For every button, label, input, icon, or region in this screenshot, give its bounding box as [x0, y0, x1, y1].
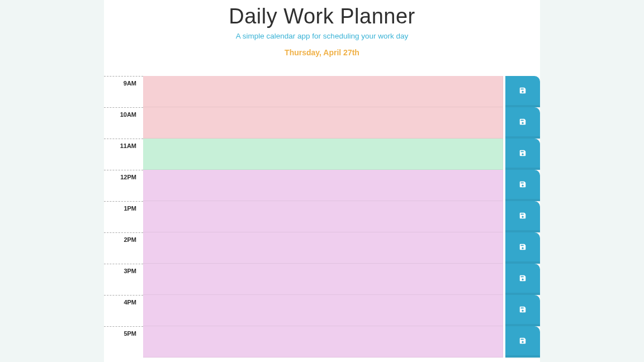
- task-cell[interactable]: [143, 326, 503, 358]
- hour-label: 4PM: [104, 295, 143, 326]
- save-icon: [519, 118, 527, 128]
- time-block-row: 12PM: [104, 170, 540, 201]
- save-button[interactable]: [505, 201, 540, 232]
- task-cell[interactable]: [143, 170, 503, 201]
- task-input[interactable]: [143, 76, 503, 107]
- time-block-row: 1PM: [104, 201, 540, 232]
- hour-label: 10AM: [104, 107, 143, 139]
- save-icon: [519, 274, 527, 284]
- task-input[interactable]: [143, 264, 503, 294]
- page-subtitle: A simple calendar app for scheduling you…: [104, 32, 540, 40]
- hour-label: 12PM: [104, 170, 143, 201]
- task-cell[interactable]: [143, 232, 503, 264]
- hour-label: 5PM: [104, 326, 143, 358]
- task-input[interactable]: [143, 201, 503, 232]
- page-title: Daily Work Planner: [104, 4, 540, 28]
- time-block-row: 4PM: [104, 295, 540, 326]
- current-date: Thursday, April 27th: [104, 48, 540, 57]
- save-button[interactable]: [505, 139, 540, 170]
- task-cell[interactable]: [143, 139, 503, 170]
- task-cell[interactable]: [143, 295, 503, 326]
- time-block-row: 5PM: [104, 326, 540, 358]
- task-input[interactable]: [143, 295, 503, 326]
- save-icon: [519, 212, 527, 222]
- task-input[interactable]: [143, 139, 503, 169]
- time-block-row: 11AM: [104, 139, 540, 170]
- save-button[interactable]: [505, 264, 540, 295]
- hour-label: 3PM: [104, 264, 143, 295]
- save-icon: [519, 243, 527, 253]
- task-cell[interactable]: [143, 76, 503, 107]
- time-block-row: 3PM: [104, 264, 540, 295]
- header: Daily Work Planner A simple calendar app…: [104, 4, 540, 57]
- save-button[interactable]: [505, 232, 540, 264]
- save-button[interactable]: [505, 295, 540, 326]
- task-input[interactable]: [143, 326, 503, 357]
- task-input[interactable]: [143, 170, 503, 201]
- task-input[interactable]: [143, 107, 503, 138]
- time-block-row: 9AM: [104, 76, 540, 107]
- save-icon: [519, 87, 527, 97]
- hour-label: 2PM: [104, 232, 143, 264]
- save-button[interactable]: [505, 107, 540, 139]
- task-cell[interactable]: [143, 201, 503, 232]
- save-icon: [519, 306, 527, 316]
- hour-label: 1PM: [104, 201, 143, 232]
- save-button[interactable]: [505, 170, 540, 201]
- save-button[interactable]: [505, 76, 540, 107]
- hour-label: 9AM: [104, 76, 143, 107]
- save-icon: [519, 180, 527, 190]
- save-icon: [519, 149, 527, 159]
- time-block-row: 2PM: [104, 232, 540, 264]
- planner-page: Daily Work Planner A simple calendar app…: [104, 0, 540, 362]
- task-cell[interactable]: [143, 264, 503, 295]
- save-icon: [519, 337, 527, 347]
- save-button[interactable]: [505, 326, 540, 358]
- task-cell[interactable]: [143, 107, 503, 139]
- hour-label: 11AM: [104, 139, 143, 170]
- task-input[interactable]: [143, 232, 503, 263]
- time-block-list: 9AM 10AM 11AM: [104, 76, 540, 358]
- time-block-row: 10AM: [104, 107, 540, 139]
